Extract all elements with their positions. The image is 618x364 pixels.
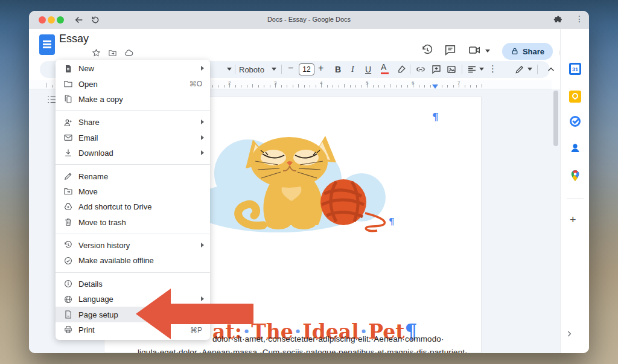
menu-item-rename[interactable]: Rename [56, 168, 210, 184]
font-size-input[interactable]: 12 [299, 63, 314, 75]
browser-menu-icon[interactable]: ⋮ [575, 14, 584, 24]
svg-text:31: 31 [572, 66, 578, 72]
copy-icon [63, 94, 73, 104]
lock-icon [511, 47, 519, 56]
insert-link-icon[interactable] [415, 64, 426, 75]
download-icon [63, 148, 73, 158]
offline-check-icon [63, 256, 73, 266]
menu-item-make-a-copy[interactable]: Make a copy [56, 92, 210, 107]
drive-shortcut-icon [63, 202, 73, 212]
toolbar-divider [281, 65, 282, 74]
version-history-icon [63, 240, 73, 250]
decrease-font-size-button[interactable]: − [288, 63, 293, 74]
printer-icon [63, 325, 73, 334]
bold-button[interactable]: B [335, 65, 341, 74]
menu-item-version-history[interactable]: Version history [56, 238, 210, 253]
increase-font-size-button[interactable]: + [318, 63, 323, 74]
globe-icon [63, 295, 73, 304]
star-icon[interactable] [92, 48, 101, 57]
move-folder-icon[interactable] [108, 48, 117, 57]
cloud-status-icon[interactable] [124, 48, 133, 57]
add-comment-icon[interactable] [431, 64, 442, 75]
extensions-puzzle-icon[interactable] [553, 15, 563, 25]
info-icon [63, 279, 73, 289]
docs-header: Essay File Edit View Insert Format Tools… [29, 29, 589, 61]
menu-item-open[interactable]: Open ⌘O [56, 76, 210, 91]
side-panel: 31 + [560, 29, 589, 353]
font-family-select[interactable]: Roboto [239, 65, 264, 74]
menu-item-download[interactable]: Download [56, 145, 210, 161]
text-color-button[interactable]: A [381, 62, 386, 72]
share-button[interactable]: Share [502, 43, 553, 60]
move-folder-icon [63, 187, 73, 196]
comments-icon[interactable] [444, 43, 457, 57]
google-docs-logo[interactable] [39, 34, 55, 55]
document-title[interactable]: Essay [59, 33, 89, 45]
google-contacts-icon[interactable] [569, 142, 581, 154]
rename-pencil-icon [63, 171, 73, 181]
paragraph-mark: ¶ [432, 110, 439, 123]
submenu-arrow-icon [201, 120, 204, 124]
submenu-arrow-icon [201, 135, 204, 140]
red-annotation-arrow [132, 286, 258, 343]
version-history-icon[interactable] [421, 43, 434, 57]
toolbar-divider [537, 65, 538, 74]
menu-divider [56, 164, 210, 165]
zoom-dropdown-caret-icon[interactable] [227, 68, 232, 71]
toolbar-divider [235, 65, 235, 74]
open-folder-icon [63, 79, 73, 89]
paragraph-mark: ¶ [389, 216, 395, 227]
underline-button[interactable]: U [365, 65, 371, 74]
vertical-scrollbar[interactable] [553, 91, 558, 146]
trash-icon [63, 217, 73, 227]
menu-item-add-shortcut-to-drive[interactable]: Add shortcut to Drive [56, 199, 210, 214]
menu-item-email[interactable]: Email [56, 130, 210, 145]
collapse-toolbar-chevron-icon[interactable] [546, 64, 556, 75]
editing-mode-pen-icon[interactable] [514, 64, 525, 75]
page-setup-icon [63, 310, 73, 319]
browser-window: Docs - Essay - Google Docs ⋮ Essay File … [29, 11, 589, 353]
insert-image-icon[interactable] [446, 64, 457, 75]
menu-item-move[interactable]: Move [56, 184, 210, 199]
toolbar-overflow-icon[interactable]: ⋮ [488, 63, 497, 74]
new-document-icon [63, 64, 73, 74]
email-envelope-icon [63, 133, 73, 142]
toolbar-divider [462, 65, 462, 74]
cat-illustration-image[interactable] [188, 124, 399, 234]
meet-dropdown-caret-icon[interactable] [485, 49, 490, 53]
google-keep-icon[interactable] [569, 91, 581, 103]
add-addon-plus-icon[interactable]: + [570, 214, 576, 226]
toolbar-divider [410, 65, 410, 74]
menu-item-share[interactable]: Share [56, 115, 210, 130]
meet-video-icon[interactable] [468, 43, 481, 57]
side-panel-divider [567, 199, 584, 199]
menu-shortcut: ⌘O [190, 80, 202, 88]
desktop: Docs - Essay - Google Docs ⋮ Essay File … [0, 0, 618, 364]
italic-button[interactable]: I [351, 65, 354, 74]
share-person-add-icon [63, 118, 73, 127]
font-dropdown-caret-icon[interactable] [272, 68, 276, 71]
highlight-color-icon[interactable] [396, 64, 407, 75]
menu-divider [56, 272, 210, 273]
google-calendar-icon[interactable]: 31 [569, 63, 581, 75]
text-color-bar [381, 72, 389, 74]
google-maps-icon[interactable] [569, 170, 581, 182]
menu-item-move-to-trash[interactable]: Move to trash [56, 215, 210, 230]
browser-tab-bar: Docs - Essay - Google Docs ⋮ [29, 11, 589, 29]
right-indent-marker[interactable] [432, 85, 438, 89]
body-text-line[interactable]: ligula·eget·dolor.·Aenean·massa.·Cum·soc… [138, 348, 468, 353]
google-tasks-icon[interactable] [569, 115, 581, 127]
menu-item-new[interactable]: New [56, 61, 210, 76]
align-icon[interactable] [467, 64, 477, 75]
menu-divider [56, 110, 210, 111]
submenu-arrow-icon [201, 150, 204, 155]
tab-title: Docs - Essay - Google Docs [29, 16, 589, 23]
collapse-chevron-icon[interactable] [565, 330, 573, 338]
menu-divider [56, 234, 210, 234]
align-dropdown-caret-icon[interactable] [479, 68, 484, 71]
editing-mode-caret-icon[interactable] [527, 68, 532, 71]
menu-item-make-available-offline[interactable]: Make available offline [56, 253, 210, 268]
submenu-arrow-icon [201, 66, 204, 71]
submenu-arrow-icon [201, 243, 204, 247]
